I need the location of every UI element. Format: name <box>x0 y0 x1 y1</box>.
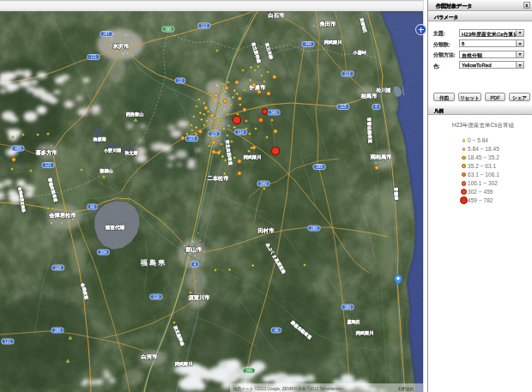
svg-text:桧原湖: 桧原湖 <box>94 136 106 142</box>
svg-text:白石市: 白石市 <box>269 12 285 19</box>
svg-text:小野川湖: 小野川湖 <box>104 148 121 153</box>
svg-text:利用規約: 利用規約 <box>398 386 414 392</box>
svg-text:小斎峠: 小斎峠 <box>353 50 366 55</box>
svg-text:288: 288 <box>311 226 317 231</box>
svg-text:349: 349 <box>270 111 277 115</box>
svg-text:114: 114 <box>238 130 245 135</box>
svg-text:須賀川市: 須賀川市 <box>188 294 209 301</box>
svg-text:相馬市: 相馬市 <box>361 93 378 99</box>
svg-text:49: 49 <box>90 205 95 209</box>
svg-text:米沢市: 米沢市 <box>113 43 130 49</box>
svg-text:福島県: 福島県 <box>140 259 167 267</box>
svg-text:喜多方市: 喜多方市 <box>35 149 57 156</box>
svg-text:阿武隈川: 阿武隈川 <box>356 330 374 336</box>
svg-text:鹿島区: 鹿島区 <box>347 319 360 325</box>
svg-text:349: 349 <box>245 369 252 373</box>
svg-text:伊達市: 伊達市 <box>250 84 266 90</box>
svg-text:294: 294 <box>100 250 107 255</box>
svg-text:猪苗代湖: 猪苗代湖 <box>106 225 125 231</box>
svg-text:399: 399 <box>344 305 351 310</box>
svg-text:4: 4 <box>194 262 196 267</box>
svg-text:郡山市: 郡山市 <box>186 246 203 253</box>
svg-text:399: 399 <box>165 27 172 32</box>
svg-text:南相馬市: 南相馬市 <box>370 154 391 160</box>
svg-text:阿武隈川: 阿武隈川 <box>324 39 342 45</box>
svg-text:常磐線: 常磐線 <box>394 187 400 200</box>
svg-text:113: 113 <box>344 72 351 76</box>
svg-text:6: 6 <box>375 105 378 109</box>
svg-text:459: 459 <box>15 147 21 151</box>
svg-text:西吾妻山: 西吾妻山 <box>126 112 144 118</box>
svg-text:121: 121 <box>90 55 97 59</box>
svg-text:118: 118 <box>55 266 62 270</box>
svg-text:阿武隈川: 阿武隈川 <box>175 361 193 367</box>
svg-text:113: 113 <box>201 24 208 28</box>
svg-text:287: 287 <box>103 32 110 36</box>
svg-text:松川浦: 松川浦 <box>377 87 391 93</box>
svg-text:白河市: 白河市 <box>142 353 158 360</box>
svg-text:115: 115 <box>189 136 196 141</box>
svg-text:121: 121 <box>4 340 11 344</box>
svg-text:磐梯山: 磐梯山 <box>100 168 113 174</box>
svg-text:121: 121 <box>45 163 51 167</box>
svg-text:49: 49 <box>274 329 279 333</box>
svg-text:秋元湖: 秋元湖 <box>125 150 138 155</box>
svg-text:289: 289 <box>54 329 61 333</box>
svg-text:角田市: 角田市 <box>320 21 336 27</box>
svg-text:399: 399 <box>316 165 323 169</box>
svg-text:349: 349 <box>305 42 311 46</box>
svg-text:二本松市: 二本松市 <box>207 175 228 181</box>
svg-text:田村市: 田村市 <box>258 227 275 234</box>
svg-text:115: 115 <box>211 132 218 136</box>
svg-text:会津若松市: 会津若松市 <box>49 212 76 219</box>
svg-text:349: 349 <box>260 182 267 186</box>
svg-text:阿武隈川: 阿武隈川 <box>244 154 262 160</box>
svg-text:地図データ ©2013 Google, ZENRIN 画像: 地図データ ©2013 Google, ZENRIN 画像 ©2013 Terr… <box>233 386 344 392</box>
svg-text:13: 13 <box>178 79 183 83</box>
svg-text:118: 118 <box>153 295 160 299</box>
svg-text:115: 115 <box>340 105 347 109</box>
